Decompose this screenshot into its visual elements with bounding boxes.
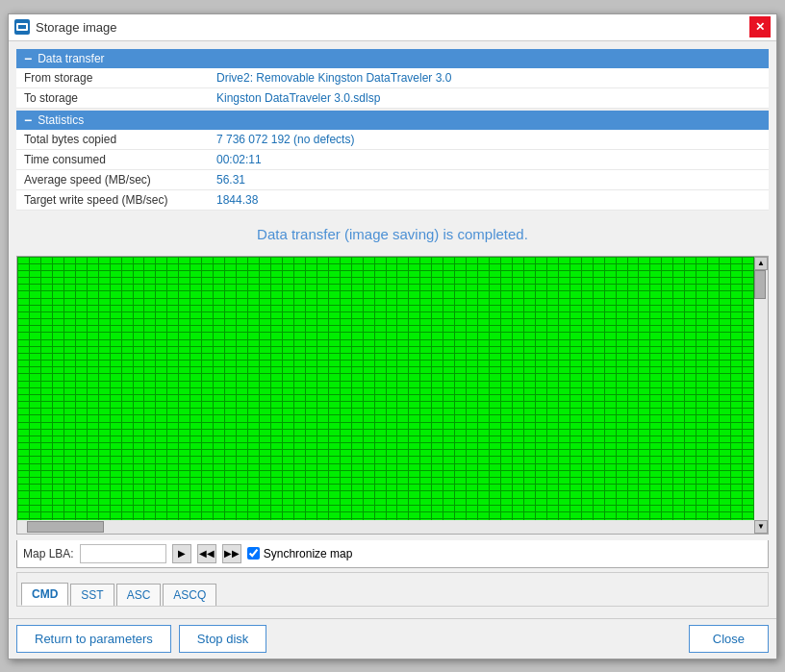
map-cell [650,415,661,421]
map-cell [352,491,363,497]
map-cell [443,271,454,277]
map-cell [743,354,753,360]
map-cell [190,258,201,263]
map-cell [605,306,616,311]
map-cell [122,278,133,284]
map-cell [341,471,351,477]
map-cell [387,409,397,414]
map-cell [225,299,236,305]
map-cell [420,436,431,442]
map-cell [375,291,386,297]
map-cell [375,506,386,511]
map-cell [455,299,466,305]
return-to-parameters-button[interactable]: Return to parameters [16,625,171,653]
map-cell [708,354,719,360]
map-cell [662,347,672,353]
map-cell [260,464,270,470]
map-cell [617,402,627,408]
map-cell [76,478,87,484]
map-cell [64,436,75,442]
map-cell [99,443,110,449]
map-cell [306,340,317,346]
tab-ascq[interactable]: ASCQ [163,584,216,606]
prev-button[interactable]: ◀◀ [197,544,216,563]
map-cell [594,319,604,325]
tab-cmd[interactable]: CMD [21,583,68,606]
map-cell [443,499,454,505]
map-cell [225,395,236,401]
map-cell [455,402,466,408]
window-close-button[interactable]: ✕ [749,16,771,37]
map-cell [720,388,730,394]
map-cell [122,512,133,518]
sync-checkbox[interactable] [247,547,260,560]
horizontal-scrollbar[interactable] [17,520,754,534]
map-cell [30,395,40,401]
map-cell [617,333,627,338]
map-cell [387,361,397,366]
h-scroll-thumb[interactable] [27,521,104,533]
map-cell [685,326,696,332]
map-cell [455,436,466,442]
stop-disk-button[interactable]: Stop disk [179,625,266,653]
map-cell [513,258,523,263]
map-cell [156,436,166,442]
map-cell [260,340,270,346]
map-cell [731,382,742,387]
map-cell [306,491,317,497]
map-cell [524,361,535,366]
map-cell [673,409,684,414]
map-cell [30,506,40,511]
map-cell [397,285,408,290]
play-button[interactable]: ▶ [172,544,191,563]
map-cell [455,312,466,318]
map-cell [467,395,477,401]
footer-left-buttons: Return to parameters Stop disk [16,625,266,653]
vertical-scrollbar[interactable]: ▲ ▼ [754,257,768,534]
map-cell [260,354,270,360]
map-cell [524,306,535,311]
map-cell [685,430,696,436]
map-cell [294,499,305,505]
map-cell [248,374,259,380]
map-cell [639,374,649,380]
map-cell [190,423,201,429]
map-cell [570,361,581,366]
scroll-up-button[interactable]: ▲ [754,257,768,270]
map-cell [179,457,190,462]
map-cell [248,361,259,366]
map-cell [650,258,661,263]
tab-asc[interactable]: ASC [116,584,162,606]
map-cell [248,499,259,505]
scroll-down-button[interactable]: ▼ [754,520,768,534]
map-cell [639,464,649,470]
map-cell [490,499,500,505]
scroll-thumb[interactable] [754,270,766,299]
close-button[interactable]: Close [689,625,769,653]
map-cell [617,409,627,414]
map-cell [214,367,224,373]
map-cell [570,326,581,332]
map-cell [225,326,236,332]
map-cell [685,450,696,456]
map-cell [64,374,75,380]
map-lba-input[interactable] [80,544,166,563]
map-cell [432,395,443,401]
map-cell [524,319,535,325]
map-cell [478,464,489,470]
map-cell [513,402,523,408]
next-button[interactable]: ▶▶ [222,544,241,563]
collapse-icon[interactable]: − [24,52,32,65]
map-cell [99,388,110,394]
data-transfer-table: From storage Drive2: Removable Kingston … [16,68,769,109]
map-cell [294,464,305,470]
map-cell [225,436,236,442]
map-cell [570,354,581,360]
map-cell [237,443,247,449]
tab-sst[interactable]: SST [70,584,114,606]
map-cell [88,388,98,394]
statistics-collapse-icon[interactable]: − [24,113,32,127]
map-cell [490,395,500,401]
map-cell [99,319,110,325]
map-cell [190,443,201,449]
